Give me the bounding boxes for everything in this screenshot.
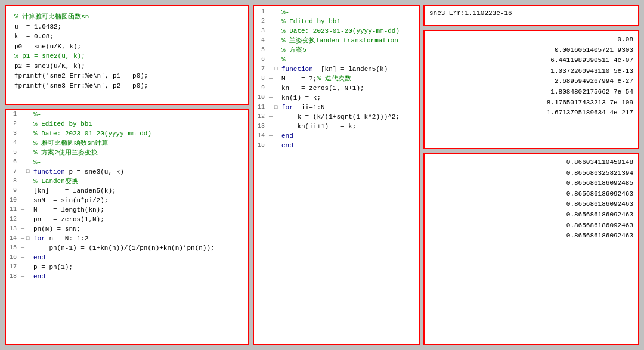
pn-val-3: 0.865686186092485 [429,178,633,189]
code-line-3: 3 % Date: 2023-01-20(yyyy-mm-dd) [6,129,248,138]
code-line: fprintf('sne3 Err:%e\n', p2 - p0); [14,81,240,91]
code-line: fprintf('sne2 Err:%e\n', p1 - p0); [14,71,240,81]
mid-line-4: 4 % 兰姿变换landen transformation [254,36,419,45]
code-line-17: 17 — p = pn(1); [6,262,248,272]
mid-line-11: 11 — □ for ii=1:N [254,103,419,112]
pn-val-1: 0.866034110450148 [429,157,633,168]
pn-values-panel: 0.866034110450148 0.865686325821394 0.86… [423,153,639,345]
mid-line-13: 13 — kn(ii+1) = k; [254,122,419,131]
code-line: % 计算雅可比椭圆函数sn [14,12,240,22]
kn-val-3: 6.4411989390511 4e-07 [429,55,633,66]
code-editor: 1 %- 2 % Edited by bb1 3 % Date: 2023-01… [6,110,248,344]
snippet-panel: % 计算雅可比椭圆函数sn u = 1.0482; k = 0.08; p0 =… [5,5,249,105]
code-line-16: 16 — end [6,253,248,262]
pn-output: 0.866034110450148 0.865686325821394 0.86… [429,157,633,241]
mid-line-12: 12 — k = (k/(1+sqrt(1-k^2)))^2; [254,112,419,122]
mid-line-5: 5 % 方案5 [254,45,419,55]
pn-val-5: 0.865686186092463 [429,199,633,210]
pn-val-2: 0.865686325821394 [429,168,633,179]
error-text: sne3 Err:1.110223e-16 [429,10,512,17]
code-line-5: 5 % 方案2使用兰姿变换 [6,148,248,157]
code-line-6: 6 %- [6,157,248,167]
code-line: p2 = sne3(u/K, k); [14,61,240,72]
kn-val-6: 1.8084802175662 7e-54 [429,87,633,98]
code-line-13: 13 — pn(N) = snN; [6,224,248,234]
code-line-4: 4 % 雅可比椭圆函数sn计算 [6,138,248,148]
kn-val-7: 8.1765017433213 7e-109 [429,98,633,109]
bottom-code-panel: 1 %- 2 % Edited by bb1 3 % Date: 2023-01… [5,109,249,345]
code-line-15: 15 — pn(n-1) = (1+kn(n))/(1/pn(n)+kn(n)*… [6,243,248,253]
kn-output: 0.08 0.0016051405721 9303 6.441198939051… [429,35,633,119]
code-line-8: 8 % Landen变换 [6,176,248,186]
mid-line-8: 8 — M = 7;% 迭代次数 [254,74,419,83]
kn-val-8: 1.6713795189634 4e-217 [429,108,633,119]
code-line-11: 11 — N = length(kn); [6,205,248,215]
mid-line-9: 9 — kn = zeros(1, N+1); [254,83,419,93]
middle-code-editor: 1 %- 2 % Edited by bb1 3 % Date: 2023-01… [254,6,419,344]
code-line-7: 7 □ function p = sne3(u, k) [6,167,248,176]
mid-line-14: 14 — end [254,131,419,141]
mid-line-15: 15 — end [254,141,419,150]
mid-line-10: 10 — kn(1) = k; [254,93,419,103]
code-line: k = 0.08; [14,32,240,42]
code-line-2: 2 % Edited by bb1 [6,119,248,129]
kn-val-4: 1.0372260943110 5e-13 [429,66,633,77]
pn-val-4: 0.865686186092463 [429,189,633,200]
mid-line-6: 6 %- [254,55,419,64]
kn-val-1: 0.08 [429,35,633,45]
error-panel: sne3 Err:1.110223e-16 [423,5,639,26]
code-line-18: 18 — end [6,272,248,281]
mid-line-7: 7 □ function [kn] = landen5(k) [254,64,419,74]
pn-val-7: 0.865686186092463 [429,221,633,231]
kn-val-2: 0.0016051405721 9303 [429,45,633,56]
pn-val-6: 0.865686186092463 [429,210,633,221]
mid-line-2: 2 % Edited by bb1 [254,17,419,26]
code-line-1: 1 %- [6,110,248,119]
middle-code-panel: 1 %- 2 % Edited by bb1 3 % Date: 2023-01… [253,5,420,345]
code-line-14: 14 — □ for n = N:-1:2 [6,234,248,243]
mid-line-1: 1 %- [254,7,419,17]
code-line: % p1 = sne2(u, k); [14,51,240,61]
code-line-12: 12 — pn = zeros(1,N); [6,215,248,224]
code-line-9: 9 [kn] = landen5(k); [6,186,248,196]
code-line: p0 = sne(u/K, k); [14,42,240,52]
snippet-code: % 计算雅可比椭圆函数sn u = 1.0482; k = 0.08; p0 =… [11,10,243,93]
pn-val-8: 0.865686186092463 [429,231,633,241]
kn-values-panel: 0.08 0.0016051405721 9303 6.441198939051… [423,30,639,149]
code-line: u = 1.0482; [14,22,240,32]
mid-line-3: 3 % Date: 2023-01-20(yyyy-mm-dd) [254,26,419,36]
code-line-10: 10 — snN = sin(u*pi/2); [6,196,248,205]
kn-val-5: 2.6895949267994 e-27 [429,76,633,87]
